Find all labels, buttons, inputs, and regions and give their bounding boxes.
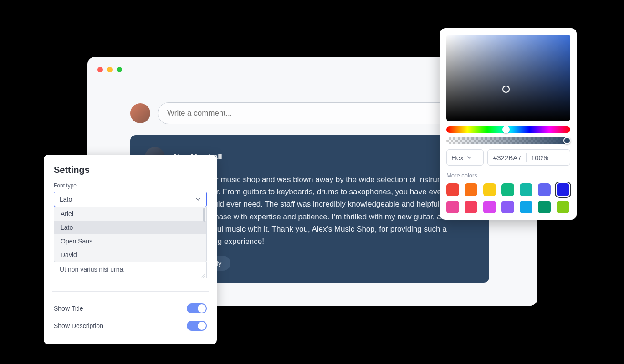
hue-slider[interactable] [446, 126, 570, 133]
gradient-cursor-icon[interactable] [502, 86, 510, 93]
font-dropdown: Ariel Lato Open Sans David [54, 207, 207, 262]
opacity-value: 100% [531, 154, 548, 162]
scrollbar[interactable] [203, 208, 205, 222]
window-controls [97, 67, 122, 72]
font-option[interactable]: Lato [54, 221, 206, 234]
font-type-label: Font type [54, 182, 207, 189]
color-swatch[interactable] [538, 183, 551, 196]
color-swatch[interactable] [501, 183, 514, 196]
maximize-icon[interactable] [117, 67, 122, 72]
show-description-label: Show Description [54, 322, 103, 329]
more-colors-label: More colors [446, 172, 570, 179]
chevron-down-icon [195, 197, 201, 202]
settings-panel: Settings Font type Lato Ariel Lato Open … [44, 155, 217, 344]
color-swatch[interactable] [465, 201, 477, 213]
close-icon[interactable] [97, 67, 103, 72]
color-swatch[interactable] [520, 183, 532, 196]
resize-handle-icon[interactable] [201, 273, 205, 277]
alpha-slider[interactable] [446, 137, 570, 144]
color-swatch[interactable] [538, 201, 551, 213]
color-inputs: Hex #322BA7 100% [446, 149, 570, 166]
show-title-label: Show Title [54, 305, 83, 312]
color-swatch[interactable] [520, 201, 532, 213]
show-title-row: Show Title [54, 300, 207, 317]
color-swatch[interactable] [483, 183, 496, 196]
alpha-cursor-icon[interactable] [563, 137, 571, 144]
saturation-gradient[interactable] [446, 35, 570, 121]
color-picker-panel: Hex #322BA7 100% More colors [440, 28, 577, 220]
avatar [130, 103, 150, 123]
font-select[interactable]: Lato [54, 192, 207, 207]
font-option[interactable]: Ariel [54, 207, 206, 221]
font-option[interactable]: Open Sans [54, 234, 206, 248]
show-description-toggle[interactable] [187, 321, 207, 331]
show-description-row: Show Description [54, 317, 207, 334]
color-swatch[interactable] [501, 201, 514, 213]
font-select-value: Lato [60, 196, 72, 203]
color-format-value: Hex [451, 154, 464, 162]
swatch-grid [446, 183, 570, 213]
textarea[interactable]: Ut non varius nisi urna. [54, 262, 207, 278]
hex-input[interactable]: #322BA7 100% [487, 149, 570, 166]
color-format-select[interactable]: Hex [446, 149, 484, 166]
color-swatch[interactable] [557, 183, 569, 196]
divider [526, 153, 527, 162]
chevron-down-icon [466, 154, 472, 162]
minimize-icon[interactable] [107, 67, 113, 72]
color-swatch[interactable] [465, 183, 477, 196]
color-swatch[interactable] [446, 201, 459, 213]
color-swatch[interactable] [483, 201, 496, 213]
show-title-toggle[interactable] [187, 303, 207, 313]
settings-title: Settings [54, 165, 207, 175]
hue-cursor-icon[interactable] [502, 126, 510, 133]
color-swatch[interactable] [557, 201, 569, 213]
font-option[interactable]: David [54, 248, 206, 262]
color-swatch[interactable] [446, 183, 459, 196]
hex-value: #322BA7 [493, 154, 522, 162]
divider [52, 291, 209, 292]
